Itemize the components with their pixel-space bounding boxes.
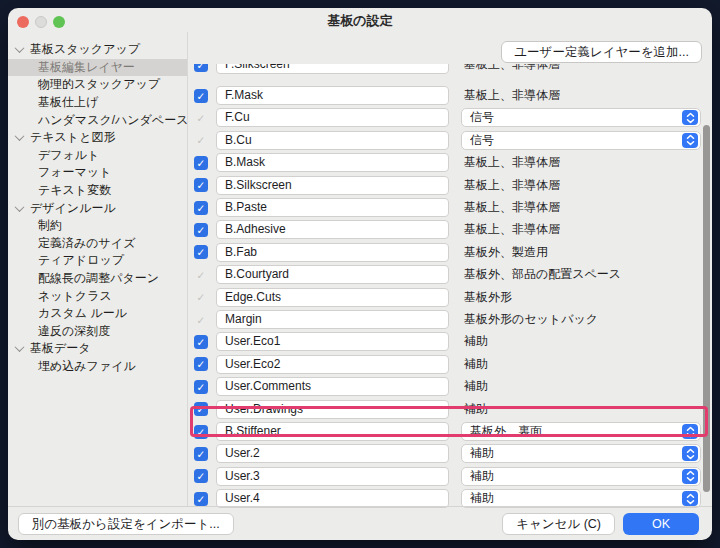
sidebar-item[interactable]: 物理的スタックアップ [8, 76, 187, 94]
import-settings-button[interactable]: 別の基板から設定をインポート... [18, 513, 234, 535]
layer-type-label: 基板上、非導体層 [461, 220, 701, 239]
layer-name-field[interactable]: B.Silkscreen [216, 176, 449, 195]
layer-type-label: 基板上、非導体層 [461, 153, 701, 172]
sidebar-item[interactable]: テキスト変数 [8, 182, 187, 200]
add-user-layer-button[interactable]: ユーザー定義レイヤーを追加... [501, 41, 702, 63]
layer-name-field[interactable]: F.Cu [216, 108, 449, 127]
layer-type-label: 基板外、製造用 [461, 243, 701, 262]
layer-name-field[interactable]: Margin [216, 310, 449, 329]
layer-row: ✓User.Eco2補助 [191, 355, 703, 374]
layer-name-field[interactable]: B.Adhesive [216, 220, 449, 239]
sidebar-item[interactable]: テキストと図形 [8, 129, 187, 147]
chevron-down-icon[interactable] [15, 343, 25, 353]
layer-type-select[interactable]: 信号 [461, 108, 701, 127]
layer-name-field[interactable]: User.Eco2 [216, 355, 449, 374]
chevron-down-icon[interactable] [15, 43, 25, 53]
layer-row: ✓User.Drawings補助 [191, 400, 703, 419]
sidebar-item-label: ティアドロップ [38, 252, 124, 269]
board-editor-layers-panel: ユーザー定義レイヤーを追加... ✓F.Silkscreen基板上、非導体層✓F… [189, 32, 712, 506]
layer-enabled-checkbox[interactable]: ✓ [194, 357, 208, 371]
sidebar-item[interactable]: 埋め込みファイル [8, 358, 187, 376]
layer-name-field[interactable]: User.Drawings [216, 400, 449, 419]
sidebar-item[interactable]: 基板仕上げ [8, 94, 187, 112]
layer-enabled-checkbox[interactable]: ✓ [194, 133, 208, 147]
sidebar-item[interactable]: ハンダマスク/ハンダペースト [8, 111, 187, 129]
chevron-down-icon[interactable] [15, 202, 25, 212]
layer-enabled-checkbox[interactable]: ✓ [194, 447, 208, 461]
sidebar-item-label: テキスト変数 [38, 182, 111, 199]
ok-button[interactable]: OK [623, 513, 699, 535]
layer-enabled-checkbox[interactable]: ✓ [194, 380, 208, 394]
layer-enabled-checkbox[interactable]: ✓ [194, 223, 208, 237]
vertical-scrollbar[interactable] [703, 125, 710, 492]
sidebar-item[interactable]: デザインルール [8, 199, 187, 217]
layer-type-select[interactable]: 補助 [461, 467, 701, 486]
layer-name-field[interactable]: B.Stiffener [216, 422, 449, 441]
layer-enabled-checkbox[interactable]: ✓ [194, 245, 208, 259]
layer-type-cell: 信号 [461, 131, 701, 150]
layer-type-value: 基板外、裏面 [470, 423, 542, 440]
sidebar-item[interactable]: 基板編集レイヤー [8, 59, 187, 77]
layer-enabled-checkbox[interactable]: ✓ [194, 111, 208, 125]
layer-enabled-checkbox[interactable]: ✓ [194, 156, 208, 170]
layer-name-field[interactable]: User.Comments [216, 377, 449, 396]
layer-type-label: 基板外形のセットバック [461, 310, 701, 329]
sidebar-item[interactable]: 基板データ [8, 340, 187, 358]
sidebar-item[interactable]: デフォルト [8, 147, 187, 165]
sidebar-item[interactable]: ネットクラス [8, 287, 187, 305]
layer-type-label: 基板上、非導体層 [461, 198, 701, 217]
layer-name-field[interactable]: User.2 [216, 444, 449, 463]
layer-enabled-checkbox[interactable]: ✓ [194, 492, 208, 506]
layer-name-field[interactable]: B.Courtyard [216, 265, 449, 284]
layer-enabled-checkbox[interactable]: ✓ [194, 201, 208, 215]
sidebar-item[interactable]: カスタム ルール [8, 305, 187, 323]
layer-type-cell: 基板外形 [461, 288, 701, 307]
titlebar[interactable]: 基板の設定 [8, 8, 712, 32]
layer-name-field[interactable]: F.Silkscreen [216, 64, 449, 74]
layer-type-select[interactable]: 基板外、裏面 [461, 422, 701, 441]
layer-enabled-checkbox[interactable]: ✓ [194, 89, 208, 103]
layer-type-cell: 補助 [461, 355, 701, 374]
layer-enabled-checkbox[interactable]: ✓ [194, 290, 208, 304]
stepper-icon [682, 133, 698, 148]
layer-type-label: 基板上、非導体層 [461, 176, 701, 195]
layer-type-select[interactable]: 補助 [461, 444, 701, 463]
layer-type-cell: 基板上、非導体層 [461, 153, 701, 172]
cancel-button[interactable]: キャンセル (C) [502, 513, 615, 535]
layer-name-field[interactable]: User.3 [216, 467, 449, 486]
layer-type-select[interactable]: 信号 [461, 131, 701, 150]
layer-enabled-checkbox[interactable]: ✓ [194, 335, 208, 349]
layer-row: ✓F.Cu信号 [191, 108, 703, 127]
layer-enabled-checkbox[interactable]: ✓ [194, 313, 208, 327]
sidebar-item[interactable]: 違反の深刻度 [8, 323, 187, 341]
layer-type-cell: 基板上、非導体層 [461, 64, 701, 74]
layer-name-field[interactable]: B.Mask [216, 153, 449, 172]
sidebar-item[interactable]: 定義済みのサイズ [8, 235, 187, 253]
layer-enabled-checkbox[interactable]: ✓ [194, 402, 208, 416]
layer-name-field[interactable]: B.Paste [216, 198, 449, 217]
layer-type-cell: 補助 [461, 377, 701, 396]
layer-name-field[interactable]: B.Cu [216, 131, 449, 150]
layer-name-field[interactable]: F.Mask [216, 86, 449, 105]
sidebar-item[interactable]: ティアドロップ [8, 252, 187, 270]
layer-type-label: 補助 [461, 377, 701, 396]
layer-row: ✓B.Paste基板上、非導体層 [191, 198, 703, 217]
layer-name-field[interactable]: Edge.Cuts [216, 288, 449, 307]
layer-enabled-checkbox[interactable]: ✓ [194, 64, 208, 72]
sidebar-item[interactable]: 配線長の調整パターン [8, 270, 187, 288]
layer-enabled-checkbox[interactable]: ✓ [194, 469, 208, 483]
layer-row: ✓B.Silkscreen基板上、非導体層 [191, 176, 703, 195]
layer-enabled-checkbox[interactable]: ✓ [194, 178, 208, 192]
chevron-down-icon[interactable] [15, 131, 25, 141]
sidebar-item-label: 基板データ [30, 340, 91, 357]
layer-enabled-checkbox[interactable]: ✓ [194, 268, 208, 282]
layer-enabled-checkbox[interactable]: ✓ [194, 425, 208, 439]
layer-row: ✓F.Mask基板上、非導体層 [191, 86, 703, 105]
sidebar-item[interactable]: 制約 [8, 217, 187, 235]
sidebar-item[interactable]: フォーマット [8, 164, 187, 182]
layer-name-field[interactable]: B.Fab [216, 243, 449, 262]
layer-name-field[interactable]: User.Eco1 [216, 332, 449, 351]
sidebar-item[interactable]: 基板スタックアップ [8, 41, 187, 59]
layer-row: ✓User.2補助 [191, 444, 703, 463]
layer-type-cell: 基板外形のセットバック [461, 310, 701, 329]
